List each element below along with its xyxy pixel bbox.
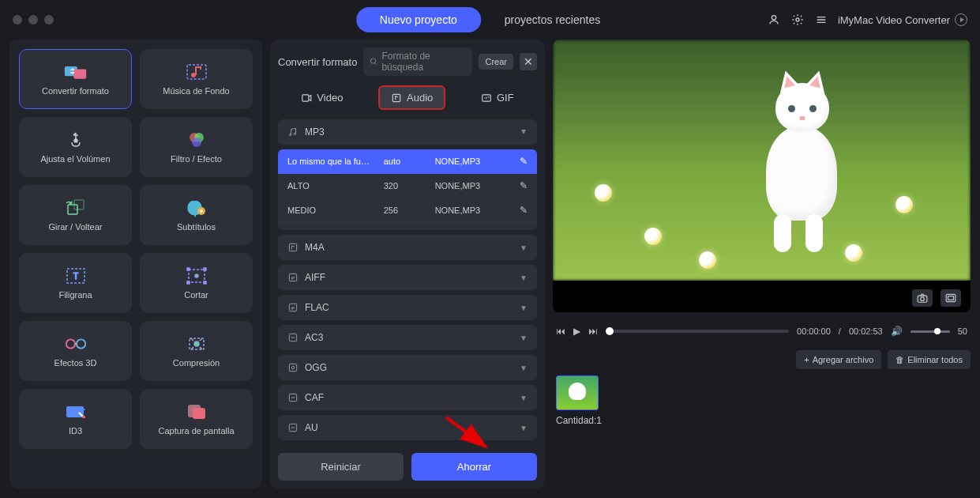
quantity-label: Cantidad:1 (556, 415, 602, 426)
sidebar-item-convert-format[interactable]: Convertir formato (19, 49, 132, 109)
music-icon (185, 62, 208, 81)
svg-point-22 (76, 339, 84, 348)
play-logo-icon (955, 13, 967, 26)
svg-point-16 (195, 274, 198, 277)
sidebar-item-background-music[interactable]: Música de Fondo (140, 49, 253, 109)
prev-button[interactable]: ⏮ (556, 326, 565, 337)
tab-recent-projects[interactable]: proyectos recientes (481, 7, 624, 32)
settings-icon[interactable] (790, 13, 805, 27)
sidebar-item-watermark[interactable]: T Filigrana (19, 253, 132, 313)
volume-slider[interactable] (911, 330, 950, 333)
minimize-window-icon[interactable] (28, 15, 38, 25)
quality-same-as-source[interactable]: Lo mismo que la fu… auto NONE,MP3 ✎ (278, 149, 537, 174)
chevron-down-icon: ▼ (520, 394, 528, 402)
quality-low[interactable]: BAJO 128 NONE,MP3 ✎ (278, 223, 537, 230)
quality-output: NONE,MP3 (435, 206, 512, 215)
volume-icon[interactable]: 🔊 (891, 326, 903, 337)
format-m4a[interactable]: M4A▼ (278, 235, 537, 260)
window-controls (13, 15, 54, 25)
format-label: AC3 (305, 332, 323, 343)
close-window-icon[interactable] (13, 15, 22, 25)
sidebar-label: Efectos 3D (54, 358, 97, 368)
video-preview[interactable] (553, 40, 971, 312)
header-right: iMyMac Video Converter (767, 13, 967, 27)
edit-icon[interactable]: ✎ (512, 205, 528, 216)
tab-video[interactable]: Video (290, 87, 354, 108)
sidebar-grid: Convertir formato Música de Fondo Ajusta… (19, 49, 253, 449)
sidebar-item-crop[interactable]: Cortar (140, 253, 253, 313)
add-file-button[interactable]: +Agregar archivo (796, 350, 881, 369)
tab-audio[interactable]: Audio (378, 85, 445, 110)
quality-bitrate: 320 (384, 181, 435, 191)
format-caf[interactable]: CAF▼ (278, 385, 537, 410)
create-button[interactable]: Crear (479, 54, 513, 70)
time-current: 00:00:00 (797, 326, 831, 336)
svg-point-33 (289, 134, 291, 135)
quality-name: MEDIO (287, 206, 384, 215)
svg-point-1 (796, 18, 799, 21)
svg-rect-39 (289, 364, 296, 371)
mp3-icon (287, 126, 299, 138)
format-ogg[interactable]: OGG▼ (278, 355, 537, 380)
edit-icon[interactable]: ✎ (512, 229, 528, 230)
app-title: iMyMac Video Converter (838, 13, 967, 26)
snapshot-icon[interactable] (912, 289, 933, 307)
format-panel: Convertir formato Formato de búsqueda Cr… (270, 40, 545, 489)
format-label: CAF (305, 392, 324, 403)
sidebar-item-screenshot[interactable]: Captura de pantalla (140, 389, 253, 449)
fullscreen-icon[interactable] (941, 289, 961, 307)
seek-slider[interactable] (606, 330, 789, 333)
sidebar-item-3d-effects[interactable]: Efectos 3D (19, 321, 132, 381)
search-input[interactable]: Formato de búsqueda (363, 47, 472, 76)
svg-point-44 (921, 297, 925, 301)
sidebar-item-id3[interactable]: ID3 (19, 389, 132, 449)
format-aiff[interactable]: AIFF▼ (278, 265, 537, 290)
format-au[interactable]: AU▼ (278, 415, 537, 440)
sidebar-label: Filtro / Efecto (171, 154, 222, 164)
svg-point-34 (294, 133, 295, 134)
reset-button[interactable]: Reiniciar (278, 453, 404, 481)
svg-rect-31 (392, 94, 400, 101)
sidebar-item-subtitles[interactable]: Subtítulos (140, 185, 253, 245)
format-label: OGG (305, 362, 327, 373)
account-icon[interactable] (767, 13, 781, 27)
time-total: 00:02:53 (849, 326, 883, 336)
sidebar-item-adjust-volume[interactable]: Ajusta el Volúmen (19, 117, 132, 177)
chevron-down-icon: ▼ (520, 274, 528, 282)
format-list: MP3 ▲ Lo mismo que la fu… auto NONE,MP3 … (278, 119, 537, 440)
app-window: Nuevo proyecto proyectos recientes iMyMa… (0, 0, 980, 498)
sidebar-label: Cortar (184, 290, 208, 300)
file-thumbnail[interactable] (556, 375, 599, 410)
edit-icon[interactable]: ✎ (512, 180, 528, 191)
sidebar-item-rotate-flip[interactable]: Girar / Voltear (19, 185, 132, 245)
svg-rect-46 (948, 296, 954, 300)
svg-rect-30 (302, 94, 309, 100)
svg-point-9 (192, 138, 201, 147)
sidebar-item-filter-effect[interactable]: Filtro / Efecto (140, 117, 253, 177)
format-ac3[interactable]: AC3▼ (278, 325, 537, 350)
edit-icon[interactable]: ✎ (512, 156, 528, 167)
trash-icon: 🗑 (896, 355, 904, 364)
sidebar-item-compression[interactable]: Compresión (140, 321, 253, 381)
quality-high[interactable]: ALTO 320 NONE,MP3 ✎ (278, 174, 537, 198)
tab-new-project[interactable]: Nuevo proyecto (356, 7, 481, 32)
quality-medium[interactable]: MEDIO 256 NONE,MP3 ✎ (278, 198, 537, 223)
save-button[interactable]: Ahorrar (411, 453, 537, 481)
format-flac[interactable]: FLAC▼ (278, 295, 537, 320)
tab-gif[interactable]: GIF (470, 87, 525, 108)
next-button[interactable]: ⏭ (588, 326, 598, 337)
quality-name: Lo mismo que la fu… (287, 157, 384, 166)
play-button[interactable]: ▶ (573, 326, 580, 337)
delete-all-button[interactable]: 🗑Eliminar todos (888, 350, 971, 369)
format-mp3[interactable]: MP3 ▲ (278, 119, 537, 145)
close-panel-button[interactable]: ✕ (520, 53, 537, 70)
audio-format-icon (287, 272, 299, 283)
svg-rect-35 (289, 243, 296, 251)
format-label: M4A (305, 242, 325, 253)
menu-icon[interactable] (814, 13, 828, 27)
preview-panel: ⏮ ▶ ⏭ 00:00:00 / 00:02:53 🔊 50 +Agregar … (553, 40, 971, 489)
svg-point-40 (291, 366, 295, 369)
svg-point-29 (371, 58, 376, 63)
maximize-window-icon[interactable] (44, 15, 54, 25)
svg-text:T: T (73, 272, 77, 281)
